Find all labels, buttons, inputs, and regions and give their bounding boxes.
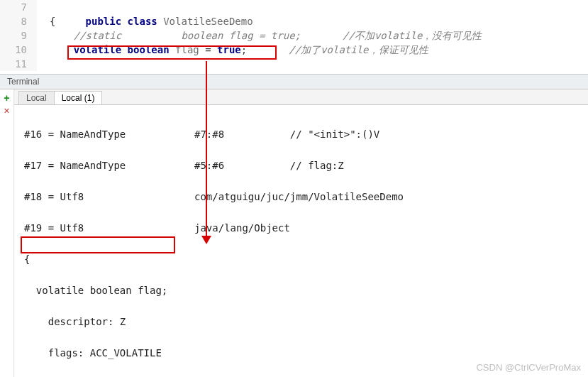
gutter-8: 8 [0,14,37,28]
javap-line-1: volatile boolean flag; [24,283,581,298]
gutter-11: 11 [0,57,37,71]
terminal-right: Local Local (1) #16 = NameAndType#7:#8 /… [14,89,588,377]
terminal-toolcol: + × [0,89,14,377]
code-line-11: 11 [0,57,588,71]
code-line-10: 10 volatile boolean flag = true; //加了vol… [0,43,588,57]
constpool-row-19: #19 = Utf8java/lang/Object [24,220,581,236]
code-10: volatile boolean flag = true; //加了volati… [37,43,428,57]
terminal-title: Terminal [7,77,39,87]
terminal-content[interactable]: #16 = NameAndType#7:#8 // "<init>":()V #… [14,105,588,377]
code-11 [37,57,50,71]
javap-line-2: descriptor: Z [24,314,581,329]
gutter-9: 9 [0,28,37,43]
gutter-7: 7 [0,0,37,14]
code-editor: 7 public class VolatileSeeDemo 8 { 9 //s… [0,0,588,71]
tab-local-1[interactable]: Local (1) [54,91,103,104]
code-8: { [37,14,55,28]
constpool-row-17: #17 = NameAndType#5:#6 // flag:Z [24,158,581,173]
terminal-titlebar[interactable]: Terminal [0,74,588,89]
constpool-row-16: #16 = NameAndType#7:#8 // "<init>":()V [24,126,581,142]
code-9: //static boolean flag = true; //不加volati… [37,28,482,43]
code-line-9: 9 //static boolean flag = true; //不加vola… [0,28,588,43]
watermark: CSDN @CtrlCVerProMax [476,362,581,373]
javap-line-0: { [24,251,581,267]
constpool-row-18: #18 = Utf8com/atguigu/juc/jmm/VolatileSe… [24,189,581,204]
javap-line-3: flags: ACC_VOLATILE [24,345,581,361]
code-line-8: 8 { [0,14,588,28]
code-line-7: 7 public class VolatileSeeDemo [0,0,588,14]
gutter-10: 10 [0,43,37,57]
terminal-tabs: Local Local (1) [14,89,588,105]
terminal-panel: + × Local Local (1) #16 = NameAndType#7:… [0,89,588,377]
add-session-icon[interactable]: + [4,92,9,105]
tab-local[interactable]: Local [18,91,55,104]
close-session-icon[interactable]: × [4,105,9,118]
code-7: public class VolatileSeeDemo [37,0,253,14]
